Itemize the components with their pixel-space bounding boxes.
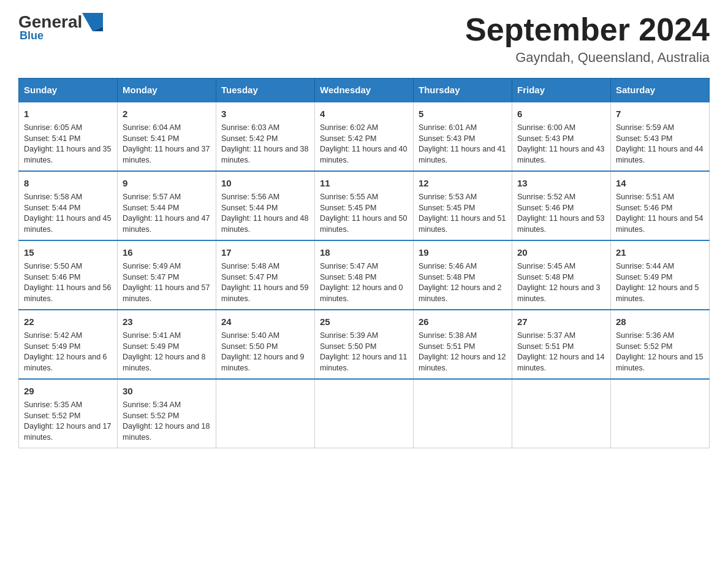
day-number: 25 [320, 315, 408, 328]
day-number: 1 [24, 107, 112, 120]
day-info: Sunrise: 5:40 AMSunset: 5:50 PMDaylight:… [221, 331, 309, 373]
header-thursday: Thursday [414, 79, 512, 102]
header-saturday: Saturday [611, 79, 710, 102]
day-number: 23 [123, 315, 211, 328]
day-info: Sunrise: 5:49 AMSunset: 5:47 PMDaylight:… [123, 261, 211, 304]
calendar-week-3: 15Sunrise: 5:50 AMSunset: 5:46 PMDayligh… [19, 240, 710, 310]
day-number: 4 [320, 107, 408, 120]
day-number: 24 [221, 315, 309, 328]
day-info: Sunrise: 5:57 AMSunset: 5:44 PMDaylight:… [123, 192, 211, 235]
day-info: Sunrise: 6:04 AMSunset: 5:41 PMDaylight:… [123, 123, 211, 166]
calendar-cell: 20Sunrise: 5:45 AMSunset: 5:48 PMDayligh… [512, 240, 611, 310]
page-header: General Blue September 2024 Gayndah, Que… [18, 12, 710, 66]
day-number: 30 [123, 385, 211, 397]
day-number: 14 [616, 177, 704, 190]
calendar-cell: 8Sunrise: 5:58 AMSunset: 5:44 PMDaylight… [19, 171, 118, 240]
calendar-cell: 24Sunrise: 5:40 AMSunset: 5:50 PMDayligh… [216, 310, 315, 379]
calendar-cell: 16Sunrise: 5:49 AMSunset: 5:47 PMDayligh… [118, 240, 216, 310]
calendar-cell: 7Sunrise: 5:59 AMSunset: 5:43 PMDaylight… [611, 102, 710, 171]
day-info: Sunrise: 5:59 AMSunset: 5:43 PMDaylight:… [616, 123, 704, 166]
calendar-cell: 2Sunrise: 6:04 AMSunset: 5:41 PMDaylight… [118, 102, 216, 171]
calendar-cell: 22Sunrise: 5:42 AMSunset: 5:49 PMDayligh… [19, 310, 118, 379]
header-wednesday: Wednesday [315, 79, 414, 102]
day-info: Sunrise: 5:36 AMSunset: 5:52 PMDaylight:… [616, 331, 704, 373]
day-number: 9 [123, 177, 211, 190]
calendar-cell: 14Sunrise: 5:51 AMSunset: 5:46 PMDayligh… [611, 171, 710, 240]
day-info: Sunrise: 5:44 AMSunset: 5:49 PMDaylight:… [616, 261, 704, 304]
day-info: Sunrise: 5:51 AMSunset: 5:46 PMDaylight:… [616, 192, 704, 235]
calendar-week-5: 29Sunrise: 5:35 AMSunset: 5:52 PMDayligh… [19, 379, 710, 448]
day-number: 22 [24, 315, 112, 328]
day-number: 3 [221, 107, 309, 120]
day-info: Sunrise: 5:56 AMSunset: 5:44 PMDaylight:… [221, 192, 309, 235]
day-number: 15 [24, 246, 112, 259]
day-number: 5 [419, 107, 507, 120]
calendar-week-4: 22Sunrise: 5:42 AMSunset: 5:49 PMDayligh… [19, 310, 710, 379]
calendar-week-2: 8Sunrise: 5:58 AMSunset: 5:44 PMDaylight… [19, 171, 710, 240]
day-info: Sunrise: 5:46 AMSunset: 5:48 PMDaylight:… [419, 261, 507, 304]
calendar-cell [315, 379, 414, 448]
calendar-header-row: SundayMondayTuesdayWednesdayThursdayFrid… [19, 79, 710, 102]
calendar-cell [414, 379, 512, 448]
day-number: 21 [616, 246, 704, 259]
calendar-cell: 18Sunrise: 5:47 AMSunset: 5:48 PMDayligh… [315, 240, 414, 310]
calendar-table: SundayMondayTuesdayWednesdayThursdayFrid… [18, 78, 710, 448]
day-info: Sunrise: 5:52 AMSunset: 5:46 PMDaylight:… [517, 192, 605, 235]
day-info: Sunrise: 5:45 AMSunset: 5:48 PMDaylight:… [517, 261, 605, 304]
day-info: Sunrise: 5:48 AMSunset: 5:47 PMDaylight:… [221, 261, 309, 304]
day-info: Sunrise: 6:03 AMSunset: 5:42 PMDaylight:… [221, 123, 309, 166]
calendar-cell: 28Sunrise: 5:36 AMSunset: 5:52 PMDayligh… [611, 310, 710, 379]
calendar-cell: 26Sunrise: 5:38 AMSunset: 5:51 PMDayligh… [414, 310, 512, 379]
calendar-cell: 13Sunrise: 5:52 AMSunset: 5:46 PMDayligh… [512, 171, 611, 240]
day-number: 27 [517, 315, 605, 328]
calendar-cell: 29Sunrise: 5:35 AMSunset: 5:52 PMDayligh… [19, 379, 118, 448]
calendar-cell: 3Sunrise: 6:03 AMSunset: 5:42 PMDaylight… [216, 102, 315, 171]
day-info: Sunrise: 5:50 AMSunset: 5:46 PMDaylight:… [24, 261, 112, 304]
calendar-cell: 27Sunrise: 5:37 AMSunset: 5:51 PMDayligh… [512, 310, 611, 379]
calendar-cell: 4Sunrise: 6:02 AMSunset: 5:42 PMDaylight… [315, 102, 414, 171]
calendar-cell: 30Sunrise: 5:34 AMSunset: 5:52 PMDayligh… [118, 379, 216, 448]
day-info: Sunrise: 5:42 AMSunset: 5:49 PMDaylight:… [24, 331, 112, 373]
month-title: September 2024 [465, 12, 710, 47]
day-info: Sunrise: 5:39 AMSunset: 5:50 PMDaylight:… [320, 331, 408, 373]
day-number: 29 [24, 385, 112, 397]
day-info: Sunrise: 6:00 AMSunset: 5:43 PMDaylight:… [517, 123, 605, 166]
logo-icon [82, 13, 103, 31]
day-info: Sunrise: 5:37 AMSunset: 5:51 PMDaylight:… [517, 331, 605, 373]
day-info: Sunrise: 6:01 AMSunset: 5:43 PMDaylight:… [419, 123, 507, 166]
day-info: Sunrise: 6:02 AMSunset: 5:42 PMDaylight:… [320, 123, 408, 166]
day-number: 17 [221, 246, 309, 259]
calendar-cell [512, 379, 611, 448]
day-number: 13 [517, 177, 605, 190]
day-info: Sunrise: 5:47 AMSunset: 5:48 PMDaylight:… [320, 261, 408, 304]
calendar-cell: 15Sunrise: 5:50 AMSunset: 5:46 PMDayligh… [19, 240, 118, 310]
day-info: Sunrise: 5:55 AMSunset: 5:45 PMDaylight:… [320, 192, 408, 235]
day-number: 12 [419, 177, 507, 190]
day-number: 10 [221, 177, 309, 190]
day-number: 26 [419, 315, 507, 328]
calendar-cell: 25Sunrise: 5:39 AMSunset: 5:50 PMDayligh… [315, 310, 414, 379]
day-number: 16 [123, 246, 211, 259]
calendar-cell: 21Sunrise: 5:44 AMSunset: 5:49 PMDayligh… [611, 240, 710, 310]
day-number: 7 [616, 107, 704, 120]
day-number: 20 [517, 246, 605, 259]
calendar-cell: 5Sunrise: 6:01 AMSunset: 5:43 PMDaylight… [414, 102, 512, 171]
day-info: Sunrise: 6:05 AMSunset: 5:41 PMDaylight:… [24, 123, 112, 166]
calendar-cell: 6Sunrise: 6:00 AMSunset: 5:43 PMDaylight… [512, 102, 611, 171]
header-friday: Friday [512, 79, 611, 102]
day-info: Sunrise: 5:38 AMSunset: 5:51 PMDaylight:… [419, 331, 507, 373]
day-number: 6 [517, 107, 605, 120]
calendar-cell: 10Sunrise: 5:56 AMSunset: 5:44 PMDayligh… [216, 171, 315, 240]
calendar-cell: 12Sunrise: 5:53 AMSunset: 5:45 PMDayligh… [414, 171, 512, 240]
calendar-cell [611, 379, 710, 448]
calendar-cell [216, 379, 315, 448]
calendar-cell: 23Sunrise: 5:41 AMSunset: 5:49 PMDayligh… [118, 310, 216, 379]
day-number: 19 [419, 246, 507, 259]
header-tuesday: Tuesday [216, 79, 315, 102]
calendar-week-1: 1Sunrise: 6:05 AMSunset: 5:41 PMDaylight… [19, 102, 710, 171]
header-monday: Monday [118, 79, 216, 102]
calendar-cell: 17Sunrise: 5:48 AMSunset: 5:47 PMDayligh… [216, 240, 315, 310]
day-info: Sunrise: 5:53 AMSunset: 5:45 PMDaylight:… [419, 192, 507, 235]
day-info: Sunrise: 5:41 AMSunset: 5:49 PMDaylight:… [123, 331, 211, 373]
day-number: 8 [24, 177, 112, 190]
